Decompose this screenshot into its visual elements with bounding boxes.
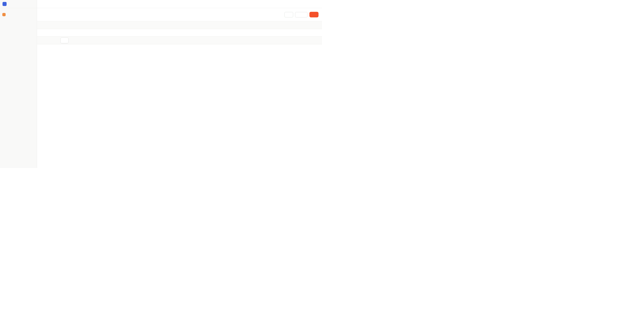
feedback-button[interactable] bbox=[306, 2, 310, 5]
create-guide-button[interactable] bbox=[310, 12, 318, 17]
environment-switcher[interactable] bbox=[2, 12, 35, 17]
megaphone-icon bbox=[306, 2, 309, 5]
sidebar-nav bbox=[0, 8, 37, 168]
chevron-down-icon bbox=[303, 13, 305, 16]
throttle-amount-select[interactable] bbox=[60, 37, 68, 43]
workspace-switcher[interactable] bbox=[0, 0, 37, 8]
throttle-divider-row bbox=[37, 36, 322, 44]
save-order-button[interactable] bbox=[284, 12, 293, 17]
chevron-down-icon bbox=[4, 19, 6, 22]
sidebar bbox=[0, 0, 37, 168]
throttle-dropdown-button[interactable] bbox=[295, 12, 308, 17]
table-header-row bbox=[37, 21, 322, 29]
knock-logo bbox=[2, 2, 6, 6]
ignore-throttle-dropzone[interactable] bbox=[37, 29, 322, 36]
main-area bbox=[37, 0, 322, 168]
account-avatar-icon[interactable] bbox=[314, 2, 317, 5]
topbar bbox=[37, 0, 322, 8]
notifications-bell-icon[interactable] bbox=[28, 3, 30, 5]
sort-descending-icon bbox=[53, 39, 56, 42]
chevron-down-icon bbox=[32, 13, 34, 16]
plus-icon bbox=[312, 13, 315, 16]
chevron-down-icon bbox=[64, 39, 66, 42]
sort-descending-icon bbox=[298, 13, 300, 16]
search-icon[interactable] bbox=[32, 3, 34, 5]
collapse-icon[interactable] bbox=[24, 3, 26, 5]
developers-section-toggle[interactable] bbox=[2, 18, 35, 23]
development-env-icon bbox=[2, 13, 6, 16]
app-window bbox=[0, 0, 322, 168]
page-header bbox=[37, 8, 322, 21]
checklist-icon bbox=[287, 13, 290, 16]
